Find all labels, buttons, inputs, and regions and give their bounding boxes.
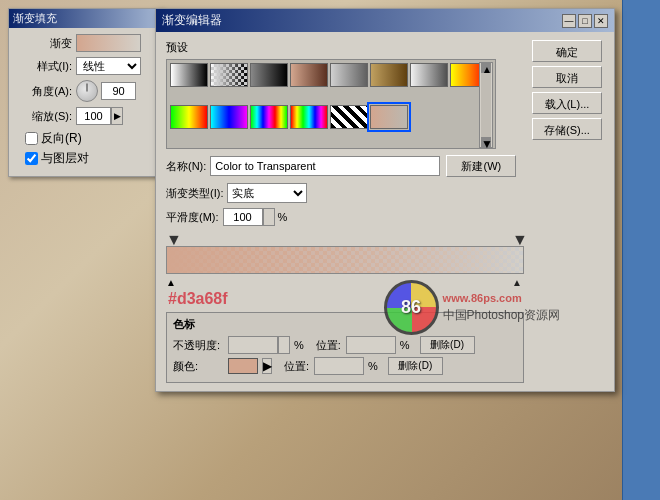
opacity-value-input[interactable] (228, 336, 278, 354)
preset-item[interactable] (330, 63, 368, 87)
opacity-stops-row: ▼ ▼ (166, 232, 524, 246)
preset-item[interactable] (170, 63, 208, 87)
angle-input[interactable]: 90 (101, 82, 136, 100)
gradient-editor-titlebar[interactable]: 渐变编辑器 — □ ✕ (156, 9, 614, 32)
scrollbar-down[interactable]: ▼ (481, 137, 491, 147)
align-label: 与图层对 (41, 150, 89, 167)
save-button[interactable]: 存储(S)... (532, 118, 602, 140)
watermark-site: www.86ps.com (443, 291, 560, 306)
delete2-button[interactable]: 删除(D) (388, 357, 443, 375)
preset-item[interactable] (290, 63, 328, 87)
pos2-input[interactable] (314, 357, 364, 375)
window-maximize-button[interactable]: □ (578, 14, 592, 28)
presets-label: 预设 (166, 40, 524, 55)
opacity-pct: % (294, 339, 304, 351)
type-select[interactable]: 实底 (227, 183, 307, 203)
scale-input[interactable]: 100 (76, 107, 111, 125)
angle-label: 角度(A): (17, 84, 72, 99)
swatch-arrow[interactable]: ▶ (262, 358, 272, 374)
scrollbar-track (481, 73, 491, 137)
right-panel (622, 0, 660, 500)
delete1-button[interactable]: 删除(D) (420, 336, 475, 354)
opacity-arrow[interactable] (278, 336, 290, 354)
smooth-arrow[interactable] (263, 208, 275, 226)
gradient-swatch[interactable] (76, 34, 141, 52)
name-input[interactable]: Color to Transparent (210, 156, 440, 176)
opacity-stop-right[interactable]: ▼ (512, 232, 522, 244)
ok-button[interactable]: 确定 (532, 40, 602, 62)
color-stop-label: 颜色: (173, 359, 228, 374)
reverse-checkbox[interactable] (25, 132, 38, 145)
preset-item[interactable] (410, 63, 448, 87)
smooth-label: 平滑度(M): (166, 210, 219, 225)
cancel-button[interactable]: 取消 (532, 66, 602, 88)
type-label: 渐变类型(I): (166, 186, 223, 201)
preset-grid: ▲ ▼ (166, 59, 496, 149)
watermark: 86 www.86ps.com 中国Photoshop资源网 (384, 280, 560, 335)
smooth-pct: % (278, 211, 288, 223)
gradient-fill-title: 渐变填充 (13, 11, 57, 26)
preset-item[interactable] (170, 105, 208, 129)
preset-item[interactable] (210, 105, 248, 129)
opacity-stop-label: 不透明度: (173, 338, 228, 353)
gradient-bar[interactable] (166, 246, 524, 274)
pos1-input[interactable] (346, 336, 396, 354)
preset-item[interactable] (290, 105, 328, 129)
load-button[interactable]: 载入(L)... (532, 92, 602, 114)
logo-circle: 86 (384, 280, 439, 335)
scale-arrow[interactable]: ▶ (111, 107, 123, 125)
watermark-cn: 中国Photoshop资源网 (443, 307, 560, 324)
color-swatch[interactable] (228, 358, 258, 374)
align-checkbox[interactable] (25, 152, 38, 165)
name-label: 名称(N): (166, 159, 206, 174)
reverse-label: 反向(R) (41, 130, 82, 147)
opacity-stop-left[interactable]: ▼ (166, 232, 176, 244)
pos2-pct: % (368, 360, 378, 372)
pos1-pct: % (400, 339, 410, 351)
preset-scrollbar[interactable]: ▲ ▼ (479, 62, 493, 148)
window-close-button[interactable]: ✕ (594, 14, 608, 28)
new-button[interactable]: 新建(W) (446, 155, 516, 177)
angle-knob[interactable] (76, 80, 98, 102)
preset-item[interactable] (250, 63, 288, 87)
style-label: 样式(I): (17, 59, 72, 74)
preset-item[interactable] (370, 63, 408, 87)
gradient-fill-titlebar[interactable]: 渐变填充 (9, 9, 162, 28)
gradient-label: 渐变 (17, 36, 72, 51)
gradient-editor-title: 渐变编辑器 (162, 12, 222, 29)
color-stop-left[interactable]: ▲ (166, 277, 176, 288)
pos2-label: 位置: (284, 359, 314, 374)
gradient-bar-overlay (167, 247, 523, 273)
watermark-text: www.86ps.com 中国Photoshop资源网 (443, 291, 560, 323)
preset-item[interactable] (210, 63, 248, 87)
preset-item[interactable] (330, 105, 368, 129)
style-select[interactable]: 线性 (76, 57, 141, 75)
preset-item-selected[interactable] (370, 105, 408, 129)
preset-item[interactable] (250, 105, 288, 129)
scrollbar-up[interactable]: ▲ (481, 63, 491, 73)
scale-label: 缩放(S): (17, 109, 72, 124)
pos1-label: 位置: (316, 338, 346, 353)
smooth-input[interactable]: 100 (223, 208, 263, 226)
window-minimize-button[interactable]: — (562, 14, 576, 28)
watermark-logo: 86 www.86ps.com 中国Photoshop资源网 (384, 280, 560, 335)
gradient-fill-dialog: 渐变填充 渐变 样式(I): 线性 角度(A): 90 缩放(S): 100 ▶… (8, 8, 163, 177)
